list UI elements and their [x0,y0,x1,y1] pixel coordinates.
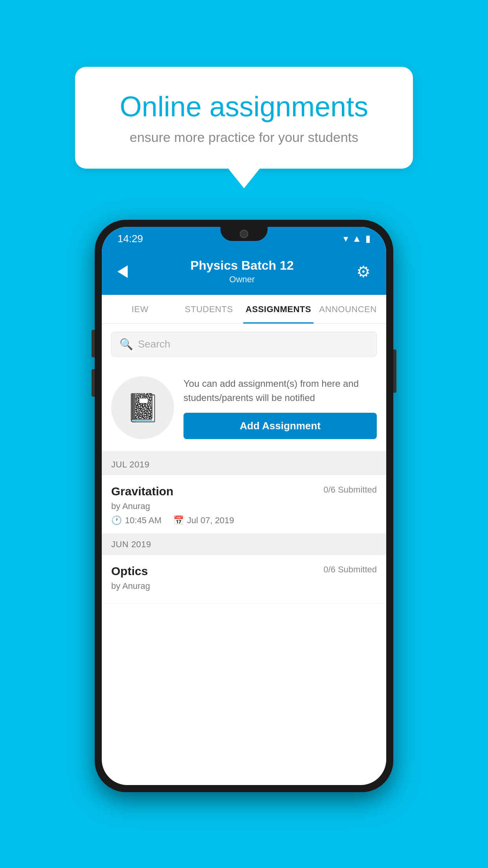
tab-assignments[interactable]: ASSIGNMENTS [243,295,314,324]
assignment-title-optics: Optics [111,565,148,578]
tab-announcements[interactable]: ANNOUNCEN [314,295,382,324]
speech-bubble: Online assignments ensure more practice … [75,67,413,169]
tabs-bar: IEW STUDENTS ASSIGNMENTS ANNOUNCEN [102,295,386,324]
status-icons: ▾ ▲ ▮ [343,233,371,244]
assignment-submitted-gravitation: 0/6 Submitted [323,485,377,495]
assignment-date-text: Jul 07, 2019 [187,515,234,526]
speech-bubble-title: Online assignments [99,90,389,123]
assignment-meta-gravitation: 🕐 10:45 AM 📅 Jul 07, 2019 [111,515,377,526]
search-box[interactable]: 🔍 Search [111,332,377,357]
section-header-jun: JUN 2019 [102,534,386,555]
back-arrow-icon [117,265,128,278]
status-time: 14:29 [117,233,143,245]
clock-icon: 🕐 [111,515,122,526]
search-placeholder: Search [138,338,170,350]
search-container: 🔍 Search [102,324,386,364]
add-assignment-button[interactable]: Add Assignment [183,413,377,439]
assignment-author-gravitation: by Anurag [111,501,377,511]
back-button[interactable] [117,265,128,278]
speech-bubble-subtitle: ensure more practice for your students [99,130,389,145]
phone-wrapper: 14:29 ▾ ▲ ▮ Physics Batch 12 Owner ⚙ [95,220,393,792]
volume-up-button [92,330,95,357]
top-bar-subtitle: Owner [190,274,294,285]
phone-screen: 14:29 ▾ ▲ ▮ Physics Batch 12 Owner ⚙ [102,227,386,785]
search-icon: 🔍 [119,338,133,351]
top-bar-title-area: Physics Batch 12 Owner [190,258,294,285]
assignment-item-optics[interactable]: Optics 0/6 Submitted by Anurag [102,555,386,603]
phone-notch [220,227,268,241]
assignment-top-row-optics: Optics 0/6 Submitted [111,565,377,578]
assignment-time-text: 10:45 AM [125,515,161,526]
notebook-icon: 📓 [126,392,160,424]
assignment-title-gravitation: Gravitation [111,485,173,498]
assignment-time-gravitation: 🕐 10:45 AM [111,515,161,526]
battery-icon: ▮ [365,233,371,244]
wifi-icon: ▾ [343,233,348,244]
front-camera [240,230,248,238]
promo-content: You can add assignment(s) from here and … [183,377,377,439]
assignment-top-row: Gravitation 0/6 Submitted [111,485,377,498]
section-header-jul: JUL 2019 [102,454,386,475]
speech-bubble-container: Online assignments ensure more practice … [75,67,413,188]
calendar-icon: 📅 [173,515,184,526]
volume-down-button [92,369,95,397]
promo-card: 📓 You can add assignment(s) from here an… [102,364,386,454]
assignment-item-gravitation[interactable]: Gravitation 0/6 Submitted by Anurag 🕐 10… [102,475,386,534]
phone-outer: 14:29 ▾ ▲ ▮ Physics Batch 12 Owner ⚙ [95,220,393,792]
signal-icon: ▲ [352,233,361,244]
assignment-submitted-optics: 0/6 Submitted [323,565,377,575]
speech-bubble-arrow [228,169,260,188]
promo-text: You can add assignment(s) from here and … [183,377,377,405]
tab-students[interactable]: STUDENTS [174,295,243,324]
assignment-author-optics: by Anurag [111,581,377,591]
assignment-date-gravitation: 📅 Jul 07, 2019 [173,515,234,526]
tab-overview[interactable]: IEW [106,295,174,324]
top-bar: Physics Batch 12 Owner ⚙ [102,250,386,295]
settings-icon[interactable]: ⚙ [356,263,371,281]
top-bar-title: Physics Batch 12 [190,258,294,273]
power-button [393,349,396,393]
promo-icon-circle: 📓 [111,376,174,439]
